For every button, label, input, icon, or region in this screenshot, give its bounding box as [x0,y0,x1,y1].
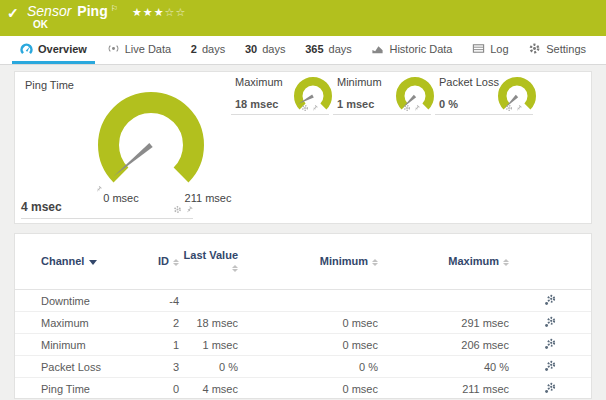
gauge-settings-icon[interactable] [505,104,513,112]
pin-icon [413,104,421,112]
mini-gauge-maximum: Maximum18 msec [231,72,329,115]
cell-actions [509,294,591,308]
sensor-name: Ping [77,3,107,19]
column-header-label: Channel [41,255,84,267]
cell-max: 211 msec [378,383,509,395]
tab-2-days[interactable]: 2days [183,36,233,64]
channel-settings-icon[interactable] [544,382,556,394]
channel-settings-icon[interactable] [544,338,556,350]
cell-id: -4 [141,295,179,307]
cell-actions [509,338,591,352]
sort-icon[interactable] [503,259,509,266]
main-gauge-title: Ping Time [25,79,74,91]
gauge-max-label: 211 msec [173,192,243,204]
star-icon[interactable]: ☆ [165,6,176,18]
chart-icon [371,42,384,55]
channel-settings-icon[interactable] [544,294,556,306]
table-header-row: ChannelIDLast ValueMinimumMaximum [15,234,591,290]
log-icon [472,42,485,55]
tab-30-days[interactable]: 30days [237,36,294,64]
column-header-minimum[interactable]: Minimum [238,255,378,268]
priority-stars[interactable]: ★★★☆☆ [132,6,186,19]
gauge-settings-icon[interactable] [301,104,309,112]
main-gauge-tools [173,205,194,214]
tab-label: Live Data [125,43,171,55]
cell-id: 1 [141,339,179,351]
column-header-id[interactable]: ID [141,255,179,268]
cell-channel: Minimum [41,339,141,351]
cell-id: 3 [141,361,179,373]
gear-icon [301,104,309,112]
log-icon [472,42,485,55]
tab-live-data[interactable]: Live Data [99,36,179,64]
mini-gauge-tools [301,104,319,112]
tab-number: 2 [191,43,197,55]
gauge-icon [20,42,33,55]
tab-number: 30 [245,43,257,55]
gear-icon [528,42,541,55]
cell-last: 1 msec [179,339,238,351]
mini-gauge-value: 0 % [439,98,458,110]
column-header-maximum[interactable]: Maximum [378,255,509,268]
mini-gauge-title: Packet Loss [439,76,499,88]
star-icon[interactable]: ★ [132,6,143,18]
table-row: Packet Loss30 %0 %40 % [15,356,591,378]
cell-min: 0 msec [238,339,378,351]
gauge-settings-icon[interactable] [403,104,411,112]
check-icon: ✓ [7,5,19,21]
chart-icon [371,42,384,55]
tab-label: Settings [546,43,586,55]
pin-icon [185,205,194,214]
broadcast-icon [107,42,120,55]
column-header-last-value[interactable]: Last Value [179,249,238,275]
gauge-pin-icon[interactable] [185,205,194,214]
star-icon[interactable]: ☆ [175,6,186,18]
cell-id: 2 [141,317,179,329]
mini-gauge-packet-loss: Packet Loss0 % [435,72,533,115]
star-icon[interactable]: ★ [143,6,154,18]
gear-icon [528,42,541,55]
tab-settings[interactable]: Settings [520,36,594,64]
cell-actions [509,382,591,396]
channel-settings-icon[interactable] [544,316,556,328]
cell-max: 291 msec [378,317,509,329]
gauge-pin-icon[interactable] [413,104,421,112]
gauge-pin-icon[interactable] [311,104,319,112]
cell-channel: Maximum [41,317,141,329]
gauge-pin-icon[interactable] [515,104,523,112]
cell-last: 18 msec [179,317,238,329]
mini-gauge-title: Minimum [337,76,382,88]
cell-max: 40 % [378,361,509,373]
tab-365-days[interactable]: 365days [297,36,360,64]
sensor-type-label: Sensor [27,3,71,19]
gauge-min-label: 0 msec [91,192,151,204]
cell-channel: Ping Time [41,383,141,395]
channel-settings-icon [544,338,556,350]
cell-id: 0 [141,383,179,395]
flag-icon[interactable]: ⚐ [111,4,118,13]
sort-desc-icon[interactable] [89,260,97,265]
column-header-label: Last Value [184,249,238,261]
channel-settings-icon [544,316,556,328]
tab-label: days [202,43,225,55]
tab-overview[interactable]: Overview [12,36,95,64]
channel-settings-icon [544,360,556,372]
mini-gauge-tools [403,104,421,112]
gauge-settings-icon[interactable] [173,205,182,214]
tab-number: 365 [305,43,323,55]
mini-gauge-value: 1 msec [337,98,374,110]
tab-log[interactable]: Log [464,36,516,64]
gear-icon [505,104,513,112]
star-icon[interactable]: ★ [154,6,165,18]
gauge-icon [20,42,33,55]
column-header-channel[interactable]: Channel [41,255,141,268]
tab-label: Overview [38,43,87,55]
cell-min: 0 msec [238,383,378,395]
tab-historic-data[interactable]: Historic Data [363,36,460,64]
tab-bar: Overview Live Data2days30days365days His… [0,36,606,65]
gear-icon [403,104,411,112]
channel-settings-icon[interactable] [544,360,556,372]
gear-icon [173,205,182,214]
pin-icon [311,104,319,112]
sensor-title: Sensor Ping ⚐ ★★★☆☆ [27,3,186,19]
